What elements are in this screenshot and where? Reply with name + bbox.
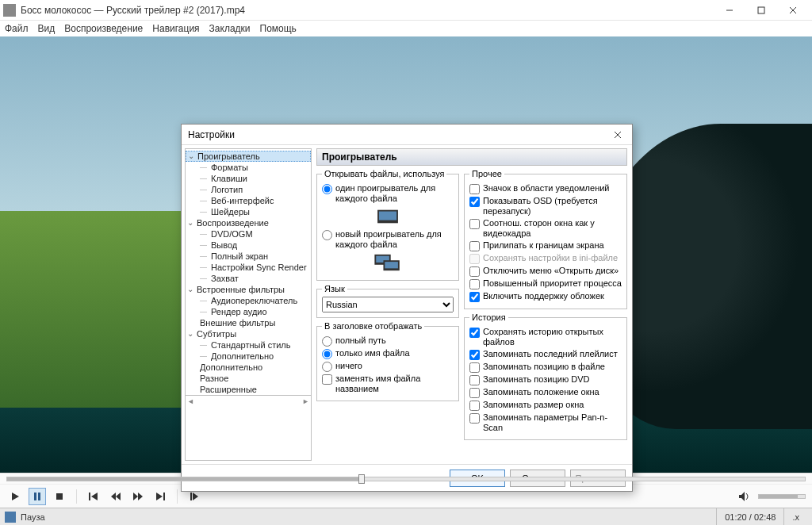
- play-button[interactable]: [6, 488, 24, 505]
- language-select[interactable]: Russian: [322, 297, 454, 312]
- status-time: 01:20 / 02:48: [716, 508, 783, 525]
- svg-marker-25: [193, 493, 198, 500]
- svg-rect-15: [56, 493, 63, 500]
- tree-item[interactable]: Проигрыватель: [186, 151, 311, 162]
- history-group: История Сохранять историю открытых файло…: [464, 312, 627, 440]
- checkbox-option[interactable]: Запоминать позицию DVD: [469, 374, 622, 385]
- radio-filename-only[interactable]: только имя файла: [322, 348, 454, 359]
- radio-full-path[interactable]: полный путь: [322, 335, 454, 347]
- svg-marker-17: [91, 493, 98, 500]
- settings-page-title: Проигрыватель: [316, 148, 627, 166]
- window-title: Босс молокосос — Русский трейлер #2 (201…: [21, 5, 714, 16]
- open-files-group: Открывать файлы, используя один проигрыв…: [316, 169, 459, 281]
- checkbox-option[interactable]: Запоминать положение окна: [469, 387, 622, 398]
- rewind-button[interactable]: [107, 488, 124, 505]
- menu-bookmarks[interactable]: Закладки: [209, 23, 251, 34]
- svg-rect-16: [89, 493, 90, 500]
- maximize-button[interactable]: [745, 0, 777, 21]
- svg-rect-13: [34, 493, 36, 500]
- dialog-titlebar: Настройки: [182, 125, 632, 145]
- settings-tree[interactable]: ПроигрывательФорматыКлавишиЛоготипВеб-ин…: [185, 148, 312, 461]
- tree-item[interactable]: Расширенные: [186, 384, 311, 395]
- svg-marker-18: [111, 493, 116, 500]
- checkbox-option[interactable]: Соотнош. сторон окна как у видеокадра: [469, 218, 622, 239]
- language-group: Язык Russian: [316, 284, 459, 318]
- svg-marker-22: [156, 493, 163, 500]
- checkbox-option[interactable]: Включить поддержку обложек: [469, 291, 622, 302]
- tree-item[interactable]: Вывод: [186, 240, 311, 251]
- menu-nav[interactable]: Навигация: [152, 23, 199, 34]
- tree-item[interactable]: Аудиопереключатель: [186, 295, 311, 306]
- svg-rect-14: [38, 493, 40, 500]
- menu-file[interactable]: Файл: [5, 23, 29, 34]
- svg-rect-23: [163, 493, 165, 500]
- tree-item[interactable]: Дополнительно: [186, 351, 311, 362]
- checkbox-option[interactable]: Показывать OSD (требуется перезапуск): [469, 196, 622, 217]
- window-titlebar: Босс молокосос — Русский трейлер #2 (201…: [0, 0, 812, 21]
- checkbox-option[interactable]: Сохранять историю открытых файлов: [469, 327, 622, 347]
- checkbox-option: Сохранять настройки в ini-файле: [469, 253, 622, 264]
- close-button[interactable]: [777, 0, 809, 21]
- tree-item[interactable]: DVD/OGM: [186, 228, 311, 240]
- tree-item[interactable]: Веб-интерфейс: [186, 195, 311, 206]
- checkbox-option[interactable]: Повышенный приоритет процесса: [469, 278, 622, 289]
- svg-marker-20: [133, 493, 138, 500]
- tree-item[interactable]: Субтитры: [186, 328, 311, 339]
- tree-item[interactable]: Настройки Sync Render: [186, 262, 311, 273]
- prev-button[interactable]: [85, 488, 102, 505]
- tree-item[interactable]: Внешние фильтры: [186, 317, 311, 328]
- settings-dialog: Настройки ПроигрывательФорматыКлавишиЛог…: [181, 124, 633, 492]
- svg-rect-11: [385, 262, 398, 268]
- stop-button[interactable]: [51, 488, 68, 505]
- radio-new-player[interactable]: новый проигрыватель для каждого файла: [322, 229, 454, 250]
- svg-rect-24: [190, 493, 192, 500]
- tree-item[interactable]: Стандартный стиль: [186, 339, 311, 351]
- checkbox-option[interactable]: Запоминать параметры Pan-n-Scan: [469, 412, 622, 433]
- check-replace-title[interactable]: заменять имя файла названием: [322, 374, 454, 394]
- tree-item[interactable]: Встроенные фильтры: [186, 284, 311, 295]
- menu-help[interactable]: Помощь: [260, 23, 297, 34]
- status-text: Пауза: [21, 512, 45, 522]
- svg-rect-1: [758, 7, 764, 13]
- menu-play[interactable]: Воспроизведение: [64, 23, 143, 34]
- forward-button[interactable]: [129, 488, 147, 505]
- status-bar: Пауза 01:20 / 02:48 .x: [0, 508, 812, 525]
- radio-single-player[interactable]: один проигрыватель для каждого файла: [322, 183, 454, 204]
- tree-item[interactable]: Дополнительно: [186, 362, 311, 373]
- checkbox-option[interactable]: Запоминать позицию в файле: [469, 362, 622, 373]
- tree-item[interactable]: Захват: [186, 273, 311, 284]
- tree-item[interactable]: Шейдеры: [186, 206, 311, 217]
- checkbox-option[interactable]: Запоминать размер окна: [469, 400, 622, 411]
- tree-item[interactable]: Логотип: [186, 184, 311, 195]
- checkbox-option[interactable]: Прилипать к границам экрана: [469, 240, 622, 251]
- checkbox-option[interactable]: Запоминать последний плейлист: [469, 349, 622, 360]
- seek-thumb[interactable]: [358, 474, 365, 484]
- other-group: Прочее Значок в области уведомленийПоказ…: [464, 169, 627, 309]
- pause-button[interactable]: [29, 488, 46, 505]
- minimize-button[interactable]: [714, 0, 745, 21]
- volume-slider[interactable]: [758, 494, 806, 499]
- menu-view[interactable]: Вид: [38, 23, 56, 34]
- svg-marker-26: [739, 492, 745, 501]
- next-button[interactable]: [151, 488, 169, 505]
- menu-bar: Файл Вид Воспроизведение Навигация Закла…: [0, 21, 812, 36]
- checkbox-option[interactable]: Значок в области уведомлений: [469, 183, 622, 194]
- svg-rect-7: [379, 212, 396, 220]
- volume-icon[interactable]: [736, 488, 753, 505]
- radio-nothing[interactable]: ничего: [322, 361, 454, 372]
- tree-item[interactable]: Разное: [186, 373, 311, 384]
- app-icon: [3, 4, 16, 17]
- tree-item[interactable]: Клавиши: [186, 173, 311, 184]
- tree-item[interactable]: Рендер аудио: [186, 306, 311, 317]
- checkbox-option[interactable]: Отключить меню «Открыть диск»: [469, 266, 622, 277]
- video-area[interactable]: BOXPROGRAMS.RU Настройки ПроигрывательФо…: [0, 36, 812, 473]
- multi-window-icon: [373, 253, 403, 272]
- svg-marker-19: [116, 493, 121, 500]
- title-display-group: В заголовке отображать полный путь тольк…: [316, 321, 459, 401]
- tree-item[interactable]: Полный экран: [186, 251, 311, 262]
- tree-item[interactable]: Форматы: [186, 162, 311, 173]
- dialog-close-button[interactable]: [610, 127, 626, 143]
- tree-scrollbar[interactable]: ◄►: [186, 395, 311, 406]
- tree-item[interactable]: Воспроизведение: [186, 217, 311, 228]
- single-window-icon: [373, 207, 403, 226]
